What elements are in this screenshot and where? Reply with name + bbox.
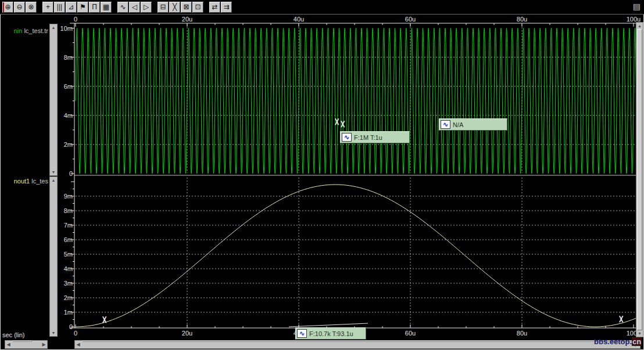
toolbar: ⊕⊖⊗+|||⊿⚑Π▦∿◁▷⊟╳⊠⊡⇄⇉ (0, 0, 644, 15)
grid-toggle-button[interactable]: ▦ (101, 2, 112, 13)
right-scrollbar[interactable]: ▲ ▼ (636, 22, 643, 337)
scroll-down-icon[interactable]: ▼ (50, 169, 57, 175)
trace-name: nout1 (14, 178, 30, 185)
slope-measure-button[interactable]: ⊿ (66, 2, 77, 13)
move-to-pane-button[interactable]: ⊡ (192, 2, 203, 13)
watermark: bbs.eetop.cn (594, 337, 642, 346)
y-tick-label-bottom-pane: 0 (57, 323, 73, 330)
scrollbar-thumb[interactable] (637, 29, 642, 330)
measurement-value: N/A (453, 121, 463, 128)
scroll-left-icon[interactable]: ◀ (5, 341, 12, 348)
y-tick-label-bottom-pane: 1m (57, 309, 73, 316)
y-tick-label-bottom-pane: 9m (57, 193, 73, 200)
plot-canvas[interactable] (0, 0, 644, 350)
waveform-svg (0, 0, 644, 350)
sine-wave-icon: ∿ (297, 329, 307, 338)
x-tick-label-top: 80u (510, 16, 534, 23)
next-pane-button[interactable]: ▷ (141, 2, 152, 13)
delete-trace-button[interactable]: ╳ (169, 2, 180, 13)
bottom-pane-scrollbar[interactable]: ▲ ▼ (49, 176, 58, 337)
scroll-down-icon[interactable]: ▼ (50, 330, 57, 335)
y-tick-label-bottom-pane: 2m (57, 294, 73, 301)
toolbar-group: ∿◁▷ (117, 2, 152, 13)
x-axis-unit-label: sec (lin) (2, 331, 25, 338)
x-tick-label-top: 60u (399, 16, 422, 23)
measurement-box-frequency-bottom[interactable]: ∿ F:10.7k T:93.1u (295, 327, 366, 340)
toolbar-group: ⇄⇉ (209, 2, 232, 13)
cursor-marker[interactable]: ╳ (620, 317, 622, 322)
measurement-box-frequency-top[interactable]: ∿ F:1M T:1u (340, 131, 410, 143)
scroll-up-icon[interactable]: ▲ (50, 178, 57, 183)
y-tick-label-top-pane: 10m (57, 25, 73, 32)
y-tick-label-top-pane: 0 (57, 170, 73, 177)
scroll-up-icon[interactable]: ▲ (636, 23, 643, 28)
watermark-suffix: cn (632, 337, 642, 346)
trace-label-nin[interactable]: nin lc_test.tr (0, 27, 48, 34)
plot-scrollbar[interactable]: ◀ ▶ (74, 340, 641, 349)
interval-measure-button[interactable]: Π (89, 2, 100, 13)
y-tick-label-bottom-pane: 3m (57, 280, 73, 287)
y-tick-label-bottom-pane: 8m (57, 207, 73, 214)
trace-source: lc_test.tr (24, 27, 48, 34)
zoom-out-button[interactable]: ⊖ (14, 2, 25, 13)
y-tick-label-bottom-pane: 4m (57, 265, 73, 272)
trace-label-nout1[interactable]: nout1 lc_tes (0, 178, 48, 185)
vertical-cursors-button[interactable]: ||| (54, 2, 65, 13)
cursor-marker[interactable]: ╳ (103, 317, 106, 323)
y-tick-label-top-pane: 4m (57, 112, 73, 119)
select-region-button[interactable]: ⊟ (158, 2, 169, 13)
window-restore-button[interactable]: ▤ (633, 2, 641, 10)
label-column-scrollbar[interactable]: ◀ ▶ (5, 340, 48, 349)
x-tick-label-top: 20u (176, 16, 199, 23)
y-tick-label-bottom-pane: 6m (57, 236, 73, 243)
x-tick-label-bottom: 20u (176, 330, 199, 337)
measurement-value: F:10.7k T:93.1u (309, 330, 353, 337)
trace-name: nin (14, 27, 23, 34)
top-pane-scrollbar[interactable]: ▲ ▼ (49, 24, 58, 176)
x-tick-label-top: 0 (64, 16, 87, 23)
cursor-marker[interactable]: ╳ (341, 122, 344, 127)
scroll-down-icon[interactable]: ▼ (636, 331, 643, 336)
scroll-left-icon[interactable]: ◀ (75, 341, 81, 348)
scrollbar-thumb[interactable] (82, 341, 633, 342)
toolbar-group: ⊟╳⊠⊡ (158, 2, 203, 13)
prev-pane-button[interactable]: ◁ (129, 2, 140, 13)
export-pane-button[interactable]: ⇉ (221, 2, 232, 13)
waveform-viewer-window: ⊕⊖⊗+|||⊿⚑Π▦∿◁▷⊟╳⊠⊡⇄⇉ ▤ nin lc_test.tr no… (0, 0, 644, 350)
y-tick-label-bottom-pane: 7m (57, 222, 73, 229)
scroll-up-icon[interactable]: ▲ (50, 25, 57, 30)
sine-wave-icon: ∿ (441, 120, 450, 129)
scroll-right-icon[interactable]: ▶ (41, 341, 47, 348)
y-tick-label-top-pane: 6m (57, 83, 73, 90)
x-tick-label-bottom: 60u (399, 330, 422, 337)
x-tick-label-top: 40u (287, 16, 310, 23)
y-tick-label-bottom-pane: 5m (57, 251, 73, 258)
x-tick-label-bottom: 80u (510, 330, 534, 337)
x-tick-label-bottom: 0 (64, 330, 87, 337)
watermark-text: bbs.eetop. (594, 337, 632, 346)
toolbar-buttons: ⊕⊖⊗+|||⊿⚑Π▦∿◁▷⊟╳⊠⊡⇄⇉ (2, 2, 238, 13)
point-marker-button[interactable]: ⚑ (77, 2, 88, 13)
import-pane-button[interactable]: ⇄ (209, 2, 220, 13)
cursor-marker[interactable]: ╳ (335, 120, 338, 125)
y-tick-label-top-pane: 2m (57, 141, 73, 148)
zoom-off-button[interactable]: ⊗ (26, 2, 37, 13)
measurement-value: F:1M T:1u (354, 134, 382, 141)
measurement-box-na[interactable]: ∿ N/A (439, 118, 507, 131)
waveform-tool-button[interactable]: ∿ (117, 2, 128, 13)
zoom-in-button[interactable]: ⊕ (2, 2, 13, 13)
y-tick-label-top-pane: 8m (57, 54, 73, 61)
scrollbar-thumb[interactable] (12, 341, 32, 342)
crosshair-button[interactable]: + (42, 2, 53, 13)
copy-to-pane-button[interactable]: ⊠ (181, 2, 192, 13)
trace-source: lc_tes (31, 178, 48, 185)
toolbar-group: +|||⊿⚑Π▦ (42, 2, 112, 13)
sine-wave-icon: ∿ (342, 133, 352, 142)
toolbar-group: ⊕⊖⊗ (2, 2, 37, 13)
